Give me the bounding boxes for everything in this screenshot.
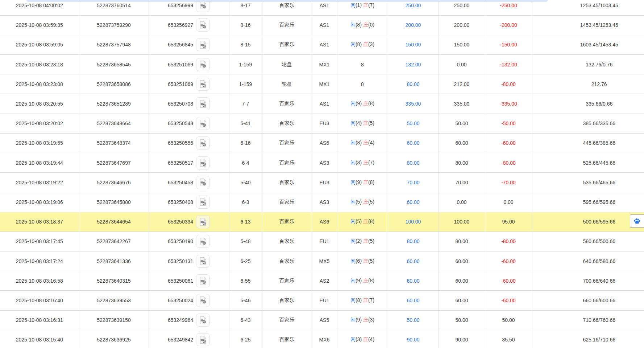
bet-number: 522873645880 [97,199,130,205]
video-record-button[interactable] [196,78,210,91]
result-cell: 闲(4) 庄(5) [337,114,388,133]
result-player-points: (9) [356,101,363,106]
table-row[interactable]: 2025-10-08 03:16:58522873640315653250061… [0,271,644,291]
paw-extension-button[interactable]: 回 [630,214,644,228]
video-record-button[interactable] [196,274,210,287]
bet-time: 2025-10-08 03:59:35 [16,22,63,28]
video-record-button[interactable] [196,156,210,169]
betting-records-table: 2025-10-08 04:00:02522873760514653256999… [0,0,644,348]
video-record-icon [199,277,207,285]
table-row[interactable]: 2025-10-08 03:16:31522873639150653249964… [0,310,644,330]
result-banker-label: 庄 [363,238,368,244]
result-banker-points: (0) [368,22,374,28]
game-type: 百家乐 [279,218,295,224]
bet-no-cell: 522873636925 [79,330,149,348]
video-record-button[interactable] [196,19,210,32]
table-row[interactable]: 2025-10-08 03:19:06522873645880653250408… [0,192,644,212]
table-row[interactable]: 2025-10-08 03:19:22522873646676653250458… [0,173,644,192]
game-type-cell: 百家乐 [262,192,312,212]
result-player-label: 闲 [350,199,356,205]
balance-values: 595.66/595.66 [583,199,615,205]
table-row[interactable]: 2025-10-08 03:19:44522873647697653250517… [0,153,644,173]
valid-amount: 100.00 [454,219,470,225]
bet-no-cell: 522873645880 [79,192,149,212]
table-row[interactable]: 2025-10-08 03:17:24522873641336653250131… [0,251,644,271]
video-record-button[interactable] [196,97,210,110]
game-type-cell: 百家乐 [262,35,312,54]
game-type: 百家乐 [279,101,295,106]
video-record-button[interactable] [196,314,210,327]
table-row[interactable]: 2025-10-08 03:19:55522873648374653250556… [0,133,644,153]
table-row[interactable]: 2025-10-08 03:20:55522873651289653250708… [0,94,644,114]
result-banker-label: 庄 [363,297,368,303]
balance-values: 1603.45/1453.45 [580,42,618,48]
video-record-button[interactable] [196,58,210,71]
bet-no-cell: 522873759290 [79,15,149,35]
result-banker-points: (8) [368,101,374,106]
win-loss-cell: -80.00 [485,232,532,251]
result-player-points: (2) [356,238,363,244]
game-number: 653250708 [168,101,193,107]
bet-no-cell: 522873641336 [79,251,149,271]
video-record-button[interactable] [196,38,210,51]
table-code-cell: EU3 [312,114,337,133]
video-record-icon [199,21,207,29]
bet-number: 522873648664 [97,120,130,126]
balance-cell: 445.66/385.66 [532,133,644,153]
result-player-points: (1) [356,2,363,8]
table-row[interactable]: 2025-10-08 03:16:40522873639553653250024… [0,291,644,310]
table-row[interactable]: 2025-10-08 03:18:37522873644654653250334… [0,212,644,232]
video-record-button[interactable] [196,235,210,248]
round-cell: 6-43 [229,310,262,330]
bet-time: 2025-10-08 04:00:02 [16,3,63,8]
table-row[interactable]: 2025-10-08 03:17:45522873642267653250190… [0,232,644,251]
result-banker-label: 庄 [363,336,368,342]
video-record-button[interactable] [196,215,210,228]
video-record-button[interactable] [196,196,210,209]
valid-amount: 335.00 [454,101,470,107]
video-record-button[interactable] [196,294,210,307]
game-type: 轮盘 [282,81,292,87]
result-banker-label: 庄 [363,101,368,106]
game-number: 653249842 [168,337,193,343]
table-row[interactable]: 2025-10-08 03:23:18522873658545653251069… [0,55,644,74]
bet-amount: 335.00 [406,101,421,107]
round-cell: 8-17 [229,0,262,15]
video-record-icon [199,139,207,147]
win-loss-amount: -80.00 [501,81,516,87]
balance-cell: 132.76/0.76 [532,55,644,74]
game-number: 653256999 [168,3,193,8]
bet-number: 522873647697 [97,160,130,166]
table-row[interactable]: 2025-10-08 03:59:05522873757948653256845… [0,35,644,54]
bet-amount-cell: 100.00 [388,212,439,232]
video-record-button[interactable] [196,333,210,346]
balance-cell: 1603.45/1453.45 [532,35,644,54]
table-row[interactable]: 2025-10-08 03:20:02522873648664653250543… [0,114,644,133]
result-banker-points: (7) [368,2,374,8]
video-record-button[interactable] [196,176,210,189]
game-no-cell: 653256845 [149,35,229,54]
table-code: AS2 [320,278,329,284]
round-cell: 6-25 [229,251,262,271]
balance-values: 1453.45/1253.45 [580,22,618,28]
bet-time: 2025-10-08 03:20:02 [16,120,63,126]
result-player-label: 闲 [350,238,356,244]
table-code-cell: AS3 [312,192,337,212]
game-no-cell: 653250708 [149,94,229,114]
table-row[interactable]: 2025-10-08 03:23:08522873658086653251069… [0,74,644,94]
table-row[interactable]: 2025-10-08 04:00:02522873760514653256999… [0,0,644,15]
game-no-with-media: 653250334 [168,215,210,228]
video-record-button[interactable] [196,117,210,130]
game-number: 653256927 [168,22,193,28]
round-cell: 6-25 [229,330,262,348]
video-record-button[interactable] [196,136,210,150]
result-banker-label: 庄 [363,278,368,283]
balance-values: 625.16/710.66 [583,337,615,343]
result-player-points: (9) [356,317,363,323]
table-row[interactable]: 2025-10-08 03:59:35522873759290653256927… [0,15,644,35]
valid-amount: 250.00 [454,3,470,8]
result-player-label: 闲 [350,317,356,323]
video-record-button[interactable] [196,255,210,268]
table-row[interactable]: 2025-10-08 03:15:40522873636925653249842… [0,330,644,348]
game-no-cell: 653250190 [149,232,229,251]
